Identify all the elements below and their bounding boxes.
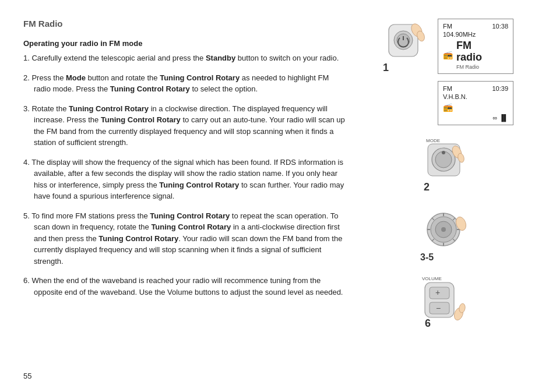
svg-text:−: − [436,303,441,313]
lcd2-band: FM [443,85,452,92]
instruction-5: 5. To find more FM stations press the Tu… [23,210,346,267]
lcd-display-1: FM 10:38 104.90MHz 📻 FMradio FM Radio [438,19,513,74]
svg-text:VOLUME: VOLUME [422,276,442,281]
step35-group: 3-5 [419,203,471,267]
step2-group: MODE 2 [419,133,471,197]
lcd1-time: 10:38 [492,23,508,30]
diagrams-column: 1 FM 10:38 104.90MHz 📻 FMradio FM Radi [358,19,533,331]
lcd2-symbols: ∞ ▐▌ [493,114,509,121]
page-number: 55 [23,372,31,380]
svg-point-16 [441,227,446,232]
antenna-icon-2: 📻 [443,103,453,112]
lcd-displays: FM 10:38 104.90MHz 📻 FMradio FM Radio [438,19,513,128]
antenna-icon-1: 📻 [443,50,453,59]
page-title: FM Radio [23,19,346,29]
step2-diagram: MODE 2 [419,133,471,197]
diagram-row-top: 1 FM 10:38 104.90MHz 📻 FMradio FM Radi [377,19,513,128]
svg-text:2: 2 [424,181,430,193]
instruction-6: 6. When the end of the waveband is reach… [23,275,346,298]
svg-text:+: + [435,288,440,297]
lcd2-time: 10:39 [492,85,508,92]
svg-point-9 [442,151,445,154]
main-content: FM Radio Operating your radio in FM mode… [23,19,358,331]
instruction-2: 2. Press the Mode button and rotate the … [23,72,346,95]
lcd1-freq: 104.90MHz [443,31,508,38]
svg-text:3-5: 3-5 [420,252,434,262]
instruction-1: 1. Carefully extend the telescopic aeria… [23,52,346,64]
svg-text:1: 1 [383,62,389,73]
mode-label: MODE [426,138,440,143]
lcd2-station: V.H.B.N. [443,93,508,100]
instruction-4: 4. The display will show the frequency o… [23,157,346,202]
section-heading: Operating your radio in FM mode [23,39,346,48]
lcd1-subtext: FM Radio [456,64,482,70]
step6-group: VOLUME + − 6 [419,273,471,331]
lcd1-band: FM [443,23,452,30]
instruction-3: 3. Rotate the Tuning Control Rotary in a… [23,103,346,149]
lcd-display-2: FM 10:39 V.H.B.N. 📻 ∞ ▐▌ [438,81,513,125]
svg-text:6: 6 [425,317,431,329]
lcd1-mode: FMradio [456,40,482,63]
step35-diagram: 3-5 [419,203,471,267]
diagram-row-middle: MODE 2 [419,133,471,197]
step1-diagram: 1 [377,19,430,83]
step6-diagram: VOLUME + − 6 [419,273,471,331]
